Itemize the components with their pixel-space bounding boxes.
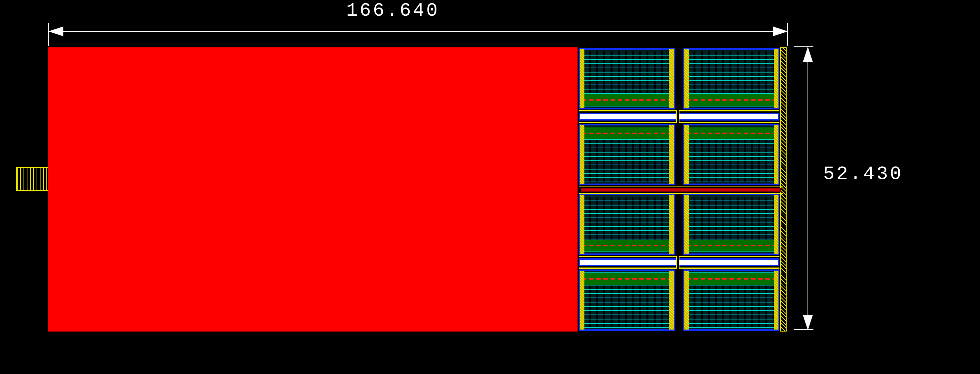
layout-canvas: 166.640 52.430 (0, 0, 980, 374)
array-cell (579, 194, 675, 255)
poly-gate (774, 271, 778, 329)
metal-plate (48, 47, 578, 331)
array-cell (579, 269, 675, 331)
array-cell (683, 269, 780, 331)
nwell-band (686, 240, 776, 251)
nwell-band (686, 94, 776, 106)
poly-gate (580, 271, 584, 329)
nwell-band (582, 273, 672, 285)
transistor-array (578, 47, 787, 331)
poly-gate (684, 49, 689, 108)
nwell-band (582, 94, 672, 106)
poly-gate (684, 271, 689, 329)
center-bus-metal (581, 188, 781, 192)
array-cell (579, 124, 675, 185)
poly-gate (669, 195, 674, 254)
width-dimension: 166.640 (346, 0, 440, 21)
nwell-band (686, 127, 776, 139)
poly-gate (669, 271, 674, 329)
width-dimension-arrow (49, 31, 787, 32)
height-dimension: 52.430 (823, 163, 903, 185)
poly-gate (684, 195, 689, 254)
bus-cut (676, 110, 679, 123)
array-row (579, 194, 780, 255)
array-cell (579, 48, 675, 110)
input-pad-hatch (17, 168, 48, 190)
array-row (579, 48, 780, 110)
poly-gate (684, 125, 689, 184)
height-extension-top (794, 46, 813, 47)
poly-gate (669, 49, 674, 108)
poly-gate (580, 195, 584, 254)
array-cell (683, 48, 780, 110)
poly-gate (580, 125, 584, 184)
poly-gate (580, 49, 584, 108)
row-bus (579, 110, 780, 123)
bus-cut (676, 256, 679, 269)
array-cell (683, 124, 780, 185)
nwell-band (582, 127, 672, 139)
width-extension-left (48, 23, 49, 46)
height-dimension-arrow (808, 47, 808, 329)
input-pad (16, 167, 48, 191)
poly-gate (774, 195, 778, 254)
poly-gate (774, 49, 778, 108)
height-extension-bottom (794, 329, 813, 330)
center-bus (579, 186, 783, 194)
poly-gate (774, 125, 778, 184)
array-row (579, 124, 780, 185)
poly-gate (669, 125, 674, 184)
nwell-band (686, 273, 776, 285)
row-bus (579, 256, 780, 269)
array-bottom-half (579, 194, 780, 331)
array-top-half (579, 48, 780, 185)
array-row (579, 269, 780, 331)
array-cell (683, 194, 780, 255)
width-extension-right (787, 23, 788, 46)
nwell-band (582, 240, 672, 251)
